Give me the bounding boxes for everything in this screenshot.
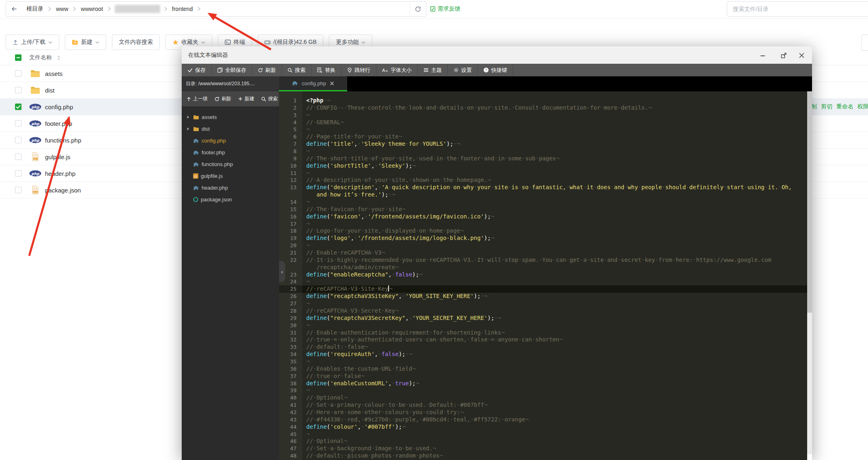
cutoff-button[interactable] [862,35,868,51]
row-checkbox[interactable] [15,87,21,93]
select-all-checkbox[interactable] [15,54,21,61]
file-name[interactable]: gulpfile.js [45,153,71,160]
code-line[interactable]: 27¬ [279,300,812,307]
tree-toolbar-button[interactable]: 新建 [238,95,254,102]
code-line[interactable]: 4//·GENERAL¬ [279,119,812,126]
code-line[interactable]: 38define('enableCustomURL',·true);¬ [279,380,812,387]
maximize-button[interactable] [780,51,788,59]
code-line[interactable]: 43//·#f44336:·red,·#9c27b0:·purple,·#00b… [279,416,812,423]
close-button[interactable] [797,51,806,59]
editor-toolbar-button[interactable]: 替换 [312,64,342,76]
code-line[interactable]: 23define("enableRecaptcha",·false);¬ [279,271,812,279]
row-action-link[interactable]: 权限 [857,103,868,110]
editor-toolbar-button[interactable]: 保存 [182,64,212,76]
code-line[interactable]: and·how·it’s·free.');·¬ [279,191,812,199]
editor-toolbar-button[interactable]: 跳转行 [342,64,376,76]
tree-item-gulpfile-js[interactable]: JSgulpfile.js [182,170,279,182]
breadcrumb-item[interactable]: www [52,6,72,12]
tree-item-functions-php[interactable]: functions.php [182,158,279,170]
code-line[interactable]: 10define('shortTitle',·'Sleeky');¬ [279,162,812,170]
code-line[interactable]: 18//·Logo·for·your·site,·displayed·on·ho… [279,227,812,235]
row-checkbox[interactable] [15,104,21,110]
toolbar-button-upload[interactable]: 上传/下载 [6,35,59,50]
code-line[interactable]: 29define("recaptchaV3SecretKey",·'YOUR_S… [279,315,812,322]
tree-item-header-php[interactable]: header.php [182,182,279,194]
file-name[interactable]: config.php [45,104,73,110]
code-line[interactable]: 20¬ [279,242,812,249]
tree-item-footer-php[interactable]: footer.php [182,147,279,158]
editor-scrollbar[interactable] [807,91,812,460]
tree-toolbar-button[interactable]: 搜索 [261,95,278,102]
code-line[interactable]: 5¬ [279,126,812,133]
file-name[interactable]: functions.php [45,137,81,144]
tab-close-icon[interactable] [330,81,334,86]
file-name[interactable]: package.json [45,187,81,194]
code-line[interactable]: 13define('description',·'A·quick·descrip… [279,184,812,191]
code-line[interactable]: 21//·Enable·reCAPTCHA·V3¬ [279,249,812,257]
code-line[interactable]: 47//·Set·a·background·image·to·be·used.¬ [279,445,812,452]
code-line[interactable]: 14¬ [279,199,812,206]
row-action-link[interactable]: 剪切 [821,103,832,110]
code-line[interactable]: 44define('colour',·'#007bff');¬ [279,423,812,431]
row-checkbox[interactable] [15,153,21,160]
toolbar-button-new[interactable]: 新建 [65,35,106,50]
editor-toolbar-button[interactable]: AA字体大小 [376,64,418,76]
tree-toolbar-button[interactable]: 刷新 [215,95,231,102]
code-line[interactable]: 37//·true·or·false¬ [279,373,812,380]
code-line[interactable]: 39¬ [279,387,812,394]
code-line[interactable]: 1<?php·¬ [279,97,812,104]
code-line[interactable]: 34define('requireAuth',·false);·¬ [279,351,812,358]
editor-toolbar-button[interactable]: 主题 [418,64,448,76]
code-line[interactable]: 41//·Set·a·primary·colour·to·be·used.·De… [279,402,812,409]
code-line[interactable]: 9//·The·short·title·of·your·site,·used·i… [279,155,812,162]
code-line[interactable]: 17¬ [279,220,812,228]
file-name[interactable]: dist [45,87,54,94]
code-editor[interactable]: 1<?php·¬2//·CONFIG·-·These·control·the·l… [279,91,812,460]
breadcrumb-item[interactable]: 根目录 [22,5,47,13]
editor-toolbar-button[interactable]: 搜索 [282,64,312,76]
editor-toolbar-button[interactable]: 刷新 [252,64,282,76]
tab-config-php[interactable]: config.php [279,76,347,91]
code-line[interactable]: 8¬ [279,148,812,155]
file-name[interactable]: assets [45,70,62,77]
breadcrumb-item[interactable]: wwwroot [77,6,107,12]
refresh-button[interactable] [410,2,426,16]
tree-item-assets[interactable]: assets [182,111,279,123]
code-line[interactable]: 3¬ [279,112,812,119]
sort-icon[interactable] [57,55,61,60]
code-line[interactable]: 40//·Optional¬ [279,394,812,402]
back-button[interactable] [6,2,22,16]
tree-item-dist[interactable]: dist [182,123,279,135]
code-line[interactable]: 32//·true·=·only·authenticated·users·can… [279,336,812,343]
file-name[interactable]: header.php [45,170,75,177]
sidebar-collapse-handle[interactable]: ‹ [279,261,285,282]
code-line[interactable]: 15//·The·favicon·for·your·site¬ [279,206,812,213]
minimize-button[interactable] [758,51,767,59]
row-checkbox[interactable] [15,170,21,177]
code-line[interactable]: 25//·reCAPTCHA·V3·Site·Key¬ [279,285,812,293]
code-line[interactable]: 16define('favicon',·'/frontend/assets/im… [279,213,812,220]
tree-item-config-php[interactable]: config.php [182,135,279,147]
toolbar-button-content-search[interactable]: 文件内容搜索 [112,35,160,50]
code-line[interactable]: 2//·CONFIG·-·These·control·the·look·and·… [279,104,812,112]
code-line[interactable]: 45¬ [279,431,812,438]
code-line[interactable]: 31//·Enable·authentication·requirement·f… [279,329,812,337]
code-line[interactable]: 11¬ [279,170,812,177]
code-line[interactable]: 36//·Enables·the·custom·URL·field¬ [279,365,812,373]
scrollbar-thumb[interactable] [807,91,812,313]
code-line[interactable]: 26define("recaptchaV3SiteKey",·'YOUR_SIT… [279,293,812,300]
editor-toolbar-button[interactable]: 设置 [448,64,478,76]
row-checkbox[interactable] [15,70,21,77]
tree-item-package-json[interactable]: package.json [182,194,279,205]
search-input[interactable] [727,1,868,17]
code-line[interactable]: 48//·default:·picsum·photos·random·photo… [279,452,812,460]
filename-column-header[interactable]: 文件名称 [29,54,52,61]
breadcrumb-item-frontend[interactable]: frontend [168,6,197,12]
code-line[interactable]: 19define('logo',·'/frontend/assets/img/l… [279,235,812,242]
code-line[interactable]: 24¬ [279,278,812,285]
code-line[interactable]: 7define('title',·'Sleeky·theme·for·YOURL… [279,140,812,148]
code-line[interactable]: 30¬ [279,322,812,329]
feedback-link[interactable]: 需求反馈 [430,1,460,17]
code-line[interactable]: 33//·default:·false¬ [279,343,812,351]
row-action-link[interactable]: 重命名 [836,103,853,110]
